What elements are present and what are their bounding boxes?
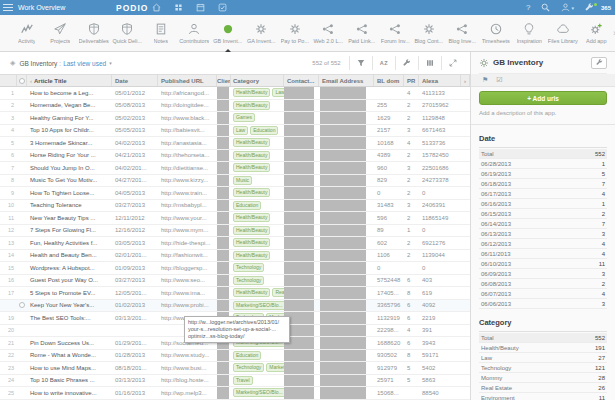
app-tab[interactable]: Timesheets xyxy=(479,15,513,52)
stat-row[interactable]: 06/06/2013 3 xyxy=(479,299,607,309)
published-url-cell[interactable]: http://babiesvit... xyxy=(158,125,217,137)
stat-row[interactable]: Mommy 28 xyxy=(479,373,607,383)
row-checkbox[interactable] xyxy=(17,287,27,299)
published-url-cell[interactable]: http://www.study... xyxy=(158,350,217,362)
article-title-cell[interactable]: How To Tighten Loose... xyxy=(27,187,112,199)
app-tab[interactable]: Files Library xyxy=(546,15,580,52)
row-checkbox[interactable] xyxy=(17,125,27,137)
row-checkbox[interactable] xyxy=(17,237,27,249)
published-url-cell[interactable]: http://fashionwit... xyxy=(158,250,217,262)
row-checkbox[interactable] xyxy=(17,212,27,224)
header-email[interactable]: Email Address xyxy=(319,75,374,86)
row-checkbox[interactable] xyxy=(17,312,27,324)
stat-row[interactable]: Real Estate 26 xyxy=(479,383,607,393)
collapse-icon[interactable]: ‹ xyxy=(30,78,32,84)
row-checkbox[interactable] xyxy=(17,225,27,237)
published-url-cell[interactable]: http://dietitianse... xyxy=(158,162,217,174)
article-title-cell[interactable]: 5 Steps to Promote EV... xyxy=(27,287,112,299)
table-row[interactable]: 4 Top 10 Apps for Childr... 05/05/2013 h… xyxy=(0,125,470,138)
app-tab[interactable]: Projects xyxy=(44,15,78,52)
row-checkbox[interactable] xyxy=(17,387,27,399)
stat-row[interactable]: 06/08/2013 2 xyxy=(479,279,607,289)
header-contact[interactable]: Contact... xyxy=(284,75,319,86)
article-title-cell[interactable]: Healthy Gaming For Y... xyxy=(27,112,112,124)
article-title-cell[interactable]: Pin Down Success Us... xyxy=(27,337,112,349)
app-settings-button[interactable] xyxy=(591,57,607,69)
article-title-cell[interactable]: Teaching Tolerance xyxy=(27,200,112,212)
stat-row[interactable]: 06/07/2013 4 xyxy=(479,289,607,299)
row-checkbox[interactable] xyxy=(17,112,27,124)
article-title-cell[interactable]: Top 10 Basic Phrases ... xyxy=(27,375,112,387)
row-checkbox[interactable] xyxy=(17,337,27,349)
stat-row[interactable]: 06/11/2013 4 xyxy=(479,249,607,259)
columns-button[interactable] xyxy=(418,56,441,70)
published-url-cell[interactable]: http://www.busi... xyxy=(158,362,217,374)
header-alexa[interactable]: Alexa xyxy=(419,75,461,86)
table-row[interactable]: 25 How to write innovative... 01/16/2013… xyxy=(0,387,470,400)
row-checkbox[interactable] xyxy=(17,275,27,287)
flag-icon[interactable]: ⚑ xyxy=(482,76,488,84)
table-row[interactable]: 24 Top 10 Basic Phrases ... 03/13/2013 h… xyxy=(0,375,470,388)
stat-row[interactable]: Environment 11 xyxy=(479,393,607,400)
app-tab[interactable]: Pay to Po... xyxy=(278,15,312,52)
article-title-cell[interactable]: New Year Beauty Tips ... xyxy=(27,212,112,224)
app-tab[interactable]: GA Invent... xyxy=(245,15,279,52)
app-tab[interactable]: Blog Cont... xyxy=(412,15,446,52)
app-tab[interactable]: Activity xyxy=(10,15,44,52)
stat-row[interactable]: 06/15/2013 2 xyxy=(479,209,607,219)
header-category[interactable]: Category xyxy=(231,75,284,86)
article-title-cell[interactable]: How to become a Leg... xyxy=(27,87,112,99)
published-url-cell[interactable]: http://blog.hoste... xyxy=(158,375,217,387)
table-row[interactable]: 22 Rome - What a Wonde... 01/28/2013 htt… xyxy=(0,350,470,363)
tools-button[interactable] xyxy=(395,56,418,70)
header-pr[interactable]: PR xyxy=(404,75,419,86)
published-url-cell[interactable]: http://bloggersp... xyxy=(158,262,217,274)
article-title-cell[interactable]: Rome - What a Wonde... xyxy=(27,350,112,362)
table-row[interactable]: 15 Wordpress: A Hubspot... 01/09/2013 ht… xyxy=(0,262,470,275)
article-title-cell[interactable]: Music To Get You Motiv... xyxy=(27,175,112,187)
select-all-checkbox[interactable] xyxy=(17,75,27,86)
article-title-cell[interactable]: 3 Homemade Skincar... xyxy=(27,137,112,149)
stat-row[interactable]: Health/Beauty 191 xyxy=(479,343,607,353)
stat-row[interactable]: 06/16/2013 1 xyxy=(479,199,607,209)
table-row[interactable]: 10 Teaching Tolerance 03/27/2013 http://… xyxy=(0,200,470,213)
published-url-cell[interactable]: http://thehorseta... xyxy=(158,150,217,162)
menu-icon[interactable] xyxy=(3,4,13,12)
published-url-cell[interactable]: http://www.ima... xyxy=(158,287,217,299)
article-title-cell[interactable]: The Best SEO Tools:... xyxy=(27,312,112,324)
published-url-cell[interactable]: http://anastasia... xyxy=(158,137,217,149)
stat-row[interactable]: 06/14/2013 7 xyxy=(479,219,607,229)
article-title-cell[interactable]: How to use Mind Maps... xyxy=(27,362,112,374)
stat-row[interactable]: 06/12/2013 4 xyxy=(479,239,607,249)
row-checkbox[interactable] xyxy=(17,87,27,99)
table-row[interactable]: 14 Health and Beauty Ben... 02/01/201...… xyxy=(0,250,470,263)
add-urls-button[interactable]: + Add urls xyxy=(479,91,607,105)
article-title-cell[interactable] xyxy=(27,325,112,337)
article-title-cell[interactable]: How to write innovative... xyxy=(27,387,112,399)
row-checkbox[interactable] xyxy=(17,350,27,362)
app-tab[interactable]: GB Invent... xyxy=(211,15,245,52)
table-row[interactable]: 7 Should You Jump In O... 04/02/201... h… xyxy=(0,162,470,175)
published-url-cell[interactable]: http://www.your... xyxy=(158,212,217,224)
published-url-cell[interactable]: http://www.probi... xyxy=(158,300,217,312)
row-checkbox[interactable] xyxy=(17,100,27,112)
stat-row[interactable]: 06/28/2013 1 xyxy=(479,159,607,169)
row-checkbox[interactable] xyxy=(17,187,27,199)
app-tab[interactable]: Paid Link... xyxy=(345,15,379,52)
published-url-cell[interactable]: http://wp.melp3... xyxy=(158,387,217,399)
app-tab[interactable]: Notes xyxy=(144,15,178,52)
row-checkbox[interactable] xyxy=(17,150,27,162)
article-title-cell[interactable]: Top 10 Apps for Childr... xyxy=(27,125,112,137)
table-row[interactable]: 23 How to use Mind Maps... 08/18/201... … xyxy=(0,362,470,375)
published-url-cell[interactable]: http://msbabypl... xyxy=(158,200,217,212)
stat-row[interactable]: 06/10/2013 11 xyxy=(479,259,607,269)
stat-row[interactable]: 06/19/2013 5 xyxy=(479,169,607,179)
table-row[interactable]: 6 Horse Riding For Your ... 04/21/2013 h… xyxy=(0,150,470,163)
help-icon[interactable]: ? xyxy=(526,3,530,12)
header-article-title[interactable]: ‹Article Title xyxy=(27,75,112,86)
app-tab[interactable]: Contributors xyxy=(178,15,212,52)
filter-button[interactable] xyxy=(349,56,372,70)
article-title-cell[interactable]: Keep Your New Year's... xyxy=(27,300,112,312)
stat-row[interactable]: 06/17/2013 4 xyxy=(479,189,607,199)
article-title-cell[interactable]: Should You Jump In O... xyxy=(27,162,112,174)
